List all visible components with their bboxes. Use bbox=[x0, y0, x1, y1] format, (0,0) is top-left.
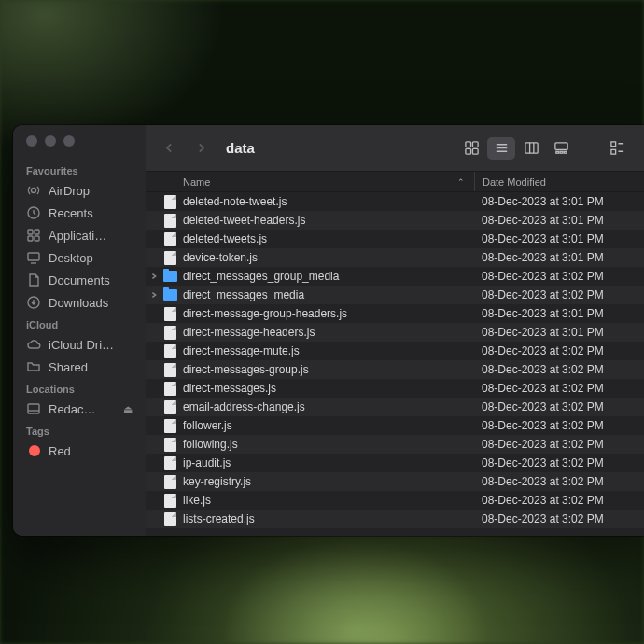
svg-rect-17 bbox=[525, 143, 537, 153]
content-pane: data Name⌃ Date Modified deleted-note-tw… bbox=[146, 125, 644, 536]
date-header[interactable]: Date Modified bbox=[474, 172, 644, 191]
finder-window: FavouritesAirDropRecentsApplicati…Deskto… bbox=[13, 125, 644, 536]
sidebar-item-airdrop[interactable]: AirDrop bbox=[13, 179, 146, 202]
zoom-button[interactable] bbox=[63, 135, 75, 147]
close-button[interactable] bbox=[26, 135, 37, 147]
file-list[interactable]: deleted-note-tweet.js08-Dec-2023 at 3:01… bbox=[146, 192, 644, 536]
disclosure-triangle-icon[interactable] bbox=[146, 291, 162, 299]
file-icon bbox=[162, 325, 177, 340]
file-name: direct-messages-group.js bbox=[183, 363, 474, 376]
sidebar-item-label: Red bbox=[49, 444, 71, 458]
file-row[interactable]: follower.js08-Dec-2023 at 3:02 PM bbox=[146, 416, 644, 435]
file-name: ip-audit.js bbox=[183, 456, 474, 469]
icon-view-button[interactable] bbox=[457, 137, 485, 160]
file-icon bbox=[162, 306, 177, 321]
sidebar-item-label: Desktop bbox=[49, 251, 93, 265]
cloud-icon bbox=[26, 337, 41, 352]
sort-indicator-icon: ⌃ bbox=[457, 177, 465, 187]
sidebar-item-redac[interactable]: Redac…⏏ bbox=[13, 398, 146, 420]
file-row[interactable]: lists-created.js08-Dec-2023 at 3:02 PM bbox=[146, 510, 644, 528]
gallery-view-button[interactable] bbox=[547, 137, 575, 160]
file-row[interactable]: deleted-tweet-headers.js08-Dec-2023 at 3… bbox=[146, 211, 644, 230]
tag-red-icon bbox=[26, 443, 41, 458]
file-icon bbox=[162, 213, 177, 228]
forward-button[interactable] bbox=[190, 138, 211, 159]
file-name: like.js bbox=[183, 494, 474, 507]
file-date: 08-Dec-2023 at 3:02 PM bbox=[474, 438, 644, 451]
file-row[interactable]: direct-message-group-headers.js08-Dec-20… bbox=[146, 304, 644, 323]
sidebar-item-shared[interactable]: Shared bbox=[13, 356, 146, 378]
file-row[interactable]: direct-message-mute.js08-Dec-2023 at 3:0… bbox=[146, 342, 644, 360]
file-name: deleted-tweet-headers.js bbox=[183, 214, 474, 227]
file-date: 08-Dec-2023 at 3:01 PM bbox=[474, 251, 644, 264]
list-view-button[interactable] bbox=[487, 137, 515, 160]
file-date: 08-Dec-2023 at 3:02 PM bbox=[474, 288, 644, 301]
file-row[interactable]: deleted-note-tweet.js08-Dec-2023 at 3:01… bbox=[146, 192, 644, 211]
file-name: direct-messages.js bbox=[183, 382, 474, 395]
sidebar-item-downloads[interactable]: Downloads bbox=[13, 291, 146, 314]
file-row[interactable]: direct-messages.js08-Dec-2023 at 3:02 PM bbox=[146, 379, 644, 398]
file-row[interactable]: direct-messages-group.js08-Dec-2023 at 3… bbox=[146, 360, 644, 379]
column-view-button[interactable] bbox=[517, 137, 545, 160]
file-row[interactable]: key-registry.js08-Dec-2023 at 3:02 PM bbox=[146, 472, 644, 491]
file-row[interactable]: device-token.js08-Dec-2023 at 3:01 PM bbox=[146, 248, 644, 267]
sidebar-item-desktop[interactable]: Desktop bbox=[13, 246, 146, 269]
sidebar-item-recents[interactable]: Recents bbox=[13, 202, 146, 224]
file-icon bbox=[162, 455, 177, 470]
file-date: 08-Dec-2023 at 3:02 PM bbox=[474, 512, 644, 525]
sidebar-item-label: Downloads bbox=[49, 296, 108, 310]
sidebar-item-label: Redac… bbox=[49, 402, 96, 416]
sidebar-item-iclouddri[interactable]: iCloud Dri… bbox=[13, 333, 146, 356]
disk-icon bbox=[26, 401, 41, 416]
sidebar-item-documents[interactable]: Documents bbox=[13, 269, 146, 291]
sidebar-section-header: Tags bbox=[13, 420, 146, 440]
file-date: 08-Dec-2023 at 3:02 PM bbox=[474, 456, 644, 469]
back-button[interactable] bbox=[159, 138, 179, 159]
file-date: 08-Dec-2023 at 3:01 PM bbox=[474, 195, 644, 208]
file-date: 08-Dec-2023 at 3:01 PM bbox=[474, 232, 644, 245]
file-row[interactable]: direct_messages_media08-Dec-2023 at 3:02… bbox=[146, 286, 644, 304]
file-row[interactable]: deleted-tweets.js08-Dec-2023 at 3:01 PM bbox=[146, 230, 644, 248]
sidebar-item-label: Documents bbox=[49, 273, 110, 287]
group-button[interactable] bbox=[603, 137, 631, 160]
eject-icon[interactable]: ⏏ bbox=[123, 403, 133, 415]
traffic-lights bbox=[13, 135, 146, 160]
sidebar-item-red[interactable]: Red bbox=[13, 440, 146, 462]
file-name: direct_messages_media bbox=[183, 288, 474, 301]
doc-icon bbox=[26, 273, 41, 287]
file-icon bbox=[162, 493, 177, 508]
sidebar-item-applicati[interactable]: Applicati… bbox=[13, 224, 146, 246]
file-row[interactable]: ip-audit.js08-Dec-2023 at 3:02 PM bbox=[146, 454, 644, 472]
svg-rect-5 bbox=[35, 236, 39, 241]
file-row[interactable]: direct-message-headers.js08-Dec-2023 at … bbox=[146, 323, 644, 342]
grid-icon bbox=[26, 228, 41, 243]
svg-rect-25 bbox=[610, 149, 615, 154]
file-date: 08-Dec-2023 at 3:02 PM bbox=[474, 270, 644, 283]
svg-rect-20 bbox=[554, 143, 567, 150]
file-date: 08-Dec-2023 at 3:01 PM bbox=[474, 214, 644, 227]
file-name: deleted-note-tweet.js bbox=[183, 195, 474, 208]
name-header[interactable]: Name⌃ bbox=[146, 176, 474, 188]
file-icon bbox=[162, 418, 177, 433]
file-date: 08-Dec-2023 at 3:02 PM bbox=[474, 363, 644, 376]
file-name: key-registry.js bbox=[183, 475, 474, 488]
file-date: 08-Dec-2023 at 3:02 PM bbox=[474, 344, 644, 357]
sidebar: FavouritesAirDropRecentsApplicati…Deskto… bbox=[13, 125, 146, 536]
file-name: direct-message-group-headers.js bbox=[183, 307, 474, 320]
file-icon bbox=[162, 250, 177, 265]
file-icon bbox=[162, 381, 177, 396]
file-row[interactable]: like.js08-Dec-2023 at 3:02 PM bbox=[146, 491, 644, 510]
minimize-button[interactable] bbox=[45, 135, 56, 147]
disclosure-triangle-icon[interactable] bbox=[146, 273, 162, 280]
file-row[interactable]: following.js08-Dec-2023 at 3:02 PM bbox=[146, 435, 644, 454]
svg-rect-3 bbox=[35, 230, 39, 234]
clock-icon bbox=[26, 205, 41, 220]
file-row[interactable]: direct_messages_group_media08-Dec-2023 a… bbox=[146, 267, 644, 286]
file-date: 08-Dec-2023 at 3:02 PM bbox=[474, 400, 644, 413]
file-row[interactable]: email-address-change.js08-Dec-2023 at 3:… bbox=[146, 398, 644, 416]
svg-rect-21 bbox=[555, 151, 558, 153]
file-icon bbox=[162, 474, 177, 489]
file-name: lists-created.js bbox=[183, 512, 474, 525]
sidebar-item-label: Recents bbox=[49, 206, 93, 220]
sidebar-section-header: Locations bbox=[13, 378, 146, 398]
